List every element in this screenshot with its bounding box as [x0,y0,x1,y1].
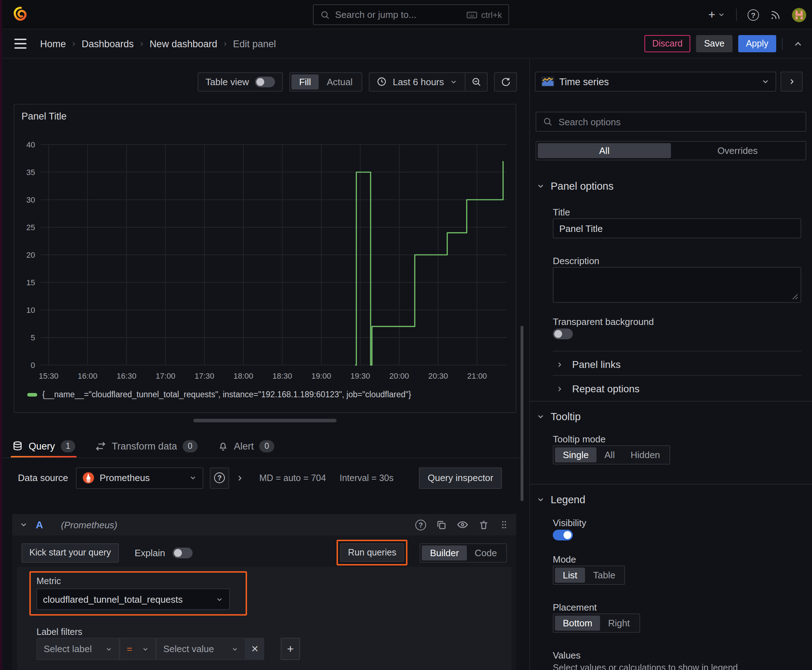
time-range-picker[interactable]: Last 6 hours [370,73,465,91]
panel-options-header[interactable]: Panel options [536,180,614,192]
legend-list-option[interactable]: List [555,568,585,583]
zoom-out-button[interactable] [465,73,487,91]
visualization-select[interactable]: Time series [535,71,776,91]
help-icon[interactable]: ? [748,9,759,20]
operator-dropdown[interactable]: = [120,638,156,660]
breadcrumb-home[interactable]: Home [40,38,66,49]
news-rss-icon[interactable] [770,9,781,20]
table-view-toggle[interactable] [254,76,275,87]
options-pane: Time series Search options All Overrides [529,59,812,670]
search-icon [543,117,553,127]
tab-overrides[interactable]: Overrides [671,143,804,158]
chevron-right-icon [556,360,563,368]
repeat-options-section[interactable]: Repeat options [556,383,639,394]
breadcrumb-new-dashboard[interactable]: New dashboard [150,38,217,49]
tab-transform-data[interactable]: Transform data 0 [95,435,197,457]
legend-section-header[interactable]: Legend [536,494,585,505]
run-queries-button[interactable]: Run queries [340,543,404,562]
label-filters-label: Label filters [37,627,82,637]
save-button[interactable]: Save [696,35,732,52]
discard-button[interactable]: Discard [644,35,691,52]
global-search-input[interactable]: Search or jump to... ctrl+k [313,4,509,25]
legend-visibility-toggle[interactable] [553,530,573,540]
query-row-header[interactable]: A (Prometheus) ? [12,514,516,535]
panel-resize-handle[interactable] [193,419,337,422]
description-textarea[interactable] [553,267,801,303]
chevron-down-icon [761,77,770,86]
user-avatar[interactable] [792,7,806,22]
eye-icon[interactable] [457,519,468,530]
tooltip-section-header[interactable]: Tooltip [536,411,581,422]
placement-right-option[interactable]: Right [600,616,637,631]
panel-links-section[interactable]: Panel links [556,359,620,370]
chevron-down-icon[interactable] [19,520,28,529]
fill-actual-segment: Fill Actual [289,72,363,91]
chart-panel[interactable]: Panel Title 051015202530354015:3016:0016… [14,104,516,413]
query-datasource-hint: (Prometheus) [61,519,117,530]
top-navbar: Search or jump to... ctrl+k + ? [0,0,812,29]
kick-start-button[interactable]: Kick start your query [22,543,119,562]
mode-label: Mode [553,554,576,565]
metric-label: Metric [37,576,61,586]
values-label: Values [553,650,581,661]
tooltip-hidden-option[interactable]: Hidden [622,447,668,462]
clock-icon [377,76,387,86]
new-dropdown-button[interactable]: + [708,7,726,22]
menu-hamburger-icon[interactable] [14,35,32,52]
panel-title-input[interactable]: Panel Title [553,218,801,239]
metric-select[interactable]: cloudflared_tunnel_total_requests [37,589,230,610]
remove-filter-button[interactable]: ✕ [246,638,264,660]
query-ref-id: A [36,519,43,530]
legend-series-swatch[interactable] [27,393,37,396]
transform-icon [95,441,106,451]
legend-series-label[interactable]: {__name__="cloudflared_tunnel_total_requ… [42,390,411,399]
apply-button[interactable]: Apply [738,35,776,52]
chevron-down-icon [536,412,545,421]
actual-option[interactable]: Actual [319,74,361,89]
legend-table-option[interactable]: Table [585,568,623,583]
datasource-help-button[interactable]: ? [210,467,229,489]
svg-text:21:00: 21:00 [467,372,487,381]
svg-text:25: 25 [27,223,35,232]
vertical-scrollbar[interactable] [520,326,524,501]
select-value-dropdown[interactable]: Select value [156,638,246,660]
plus-icon: + [708,7,715,22]
options-search-input[interactable]: Search options [536,112,806,132]
breadcrumb: Home › Dashboards › New dashboard › Edit… [40,38,276,49]
breadcrumb-dashboards[interactable]: Dashboards [81,38,134,49]
time-series-chart[interactable]: 051015202530354015:3016:0016:3017:0017:3… [22,132,510,384]
datasource-select[interactable]: Prometheus [76,467,203,489]
metric-value: cloudflared_tunnel_total_requests [43,594,183,604]
drag-grip-icon[interactable] [499,520,509,530]
svg-text:10: 10 [27,306,35,315]
explain-toggle[interactable] [172,547,192,558]
select-label-dropdown[interactable]: Select label [37,638,120,660]
toggle-options-pane-button[interactable] [780,71,803,91]
tab-query[interactable]: Query 1 [12,435,75,457]
builder-option[interactable]: Builder [422,545,467,560]
editor-tabs: Query 1 Transform data 0 [12,435,274,457]
chevron-up-icon[interactable] [793,38,804,49]
trash-icon[interactable] [478,519,489,530]
tab-all[interactable]: All [538,143,671,158]
add-filter-button[interactable]: + [281,638,300,660]
placement-bottom-option[interactable]: Bottom [555,616,600,631]
duplicate-icon[interactable] [436,519,447,530]
tooltip-single-option[interactable]: Single [555,447,597,462]
query-inspector-button[interactable]: Query inspector [419,467,502,489]
grafana-logo-icon[interactable] [13,7,29,22]
code-option[interactable]: Code [467,545,505,560]
chevron-right-icon[interactable] [236,474,244,482]
chart-legend: {__name__="cloudflared_tunnel_total_requ… [27,390,411,399]
tooltip-all-option[interactable]: All [597,447,622,462]
svg-text:30: 30 [27,195,35,205]
query-help-icon[interactable]: ? [415,519,426,530]
transform-count-badge: 0 [183,440,197,452]
refresh-button[interactable] [495,73,516,91]
chevron-right-icon [787,77,796,86]
transparent-background-toggle[interactable] [553,328,573,339]
panel-actions: Discard Save Apply [644,35,804,52]
fill-option[interactable]: Fill [291,74,319,89]
chevron-down-icon [231,645,239,653]
tab-alert[interactable]: Alert 0 [217,435,274,457]
